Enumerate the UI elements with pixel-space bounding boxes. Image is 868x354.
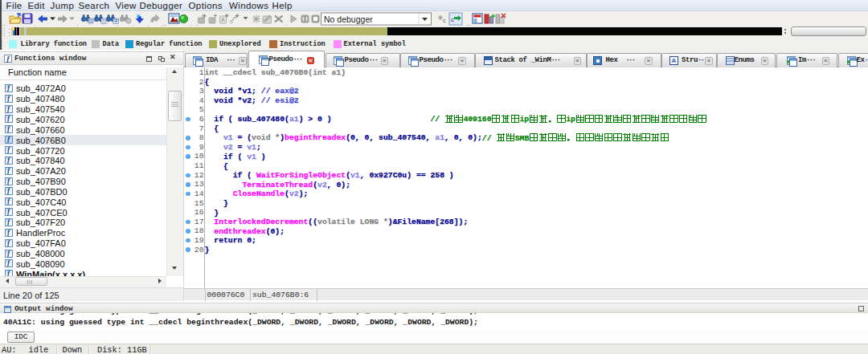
svg-text:c: c bbox=[451, 16, 454, 23]
svg-text:c: c bbox=[443, 18, 446, 23]
svg-text:A: A bbox=[221, 17, 225, 22]
